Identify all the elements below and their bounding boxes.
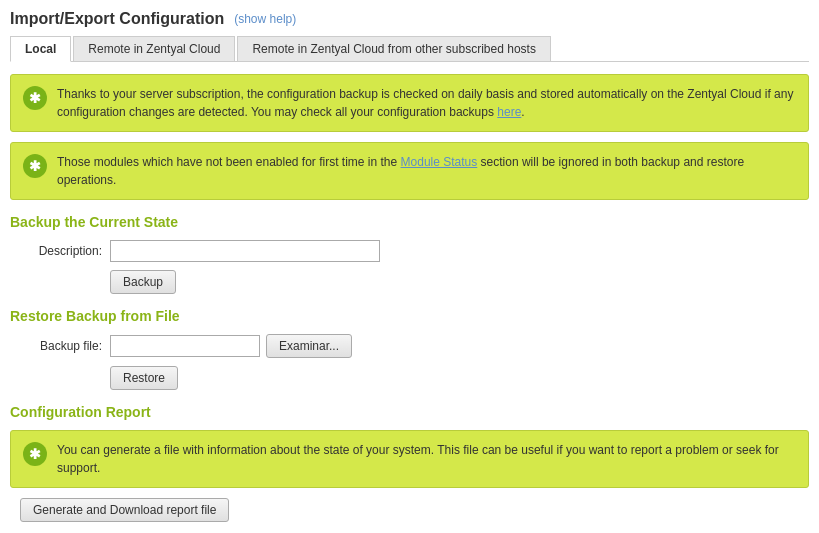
tab-remote-other[interactable]: Remote in Zentyal Cloud from other subsc…: [237, 36, 550, 61]
module-status-info-text: Those modules which have not been enable…: [57, 153, 796, 189]
file-label: Backup file:: [20, 339, 110, 353]
restore-section-title: Restore Backup from File: [10, 308, 809, 324]
report-section-title: Configuration Report: [10, 404, 809, 420]
generate-btn-row: Generate and Download report file: [20, 498, 809, 522]
report-info-box: ✱ You can generate a file with informati…: [10, 430, 809, 488]
subscription-info-text: Thanks to your server subscription, the …: [57, 85, 796, 121]
description-input[interactable]: [110, 240, 380, 262]
description-label: Description:: [20, 244, 110, 258]
description-row: Description:: [20, 240, 809, 262]
generate-report-button[interactable]: Generate and Download report file: [20, 498, 229, 522]
restore-button[interactable]: Restore: [110, 366, 178, 390]
page-title: Import/Export Configuration: [10, 10, 224, 28]
tabs-container: Local Remote in Zentyal Cloud Remote in …: [10, 36, 809, 62]
restore-btn-row: Restore: [110, 366, 809, 390]
module-status-icon: ✱: [23, 154, 47, 178]
backup-button[interactable]: Backup: [110, 270, 176, 294]
here-link[interactable]: here: [497, 105, 521, 119]
file-input[interactable]: [110, 335, 260, 357]
file-input-row: Examinar...: [110, 334, 352, 358]
backup-section-title: Backup the Current State: [10, 214, 809, 230]
file-row: Backup file: Examinar...: [20, 334, 809, 358]
show-help-link[interactable]: (show help): [234, 12, 296, 26]
subscription-icon: ✱: [23, 86, 47, 110]
report-icon: ✱: [23, 442, 47, 466]
tab-remote-zentyal[interactable]: Remote in Zentyal Cloud: [73, 36, 235, 61]
report-info-text: You can generate a file with information…: [57, 441, 796, 477]
module-status-info-box: ✱ Those modules which have not been enab…: [10, 142, 809, 200]
browse-button[interactable]: Examinar...: [266, 334, 352, 358]
backup-btn-row: Backup: [110, 270, 809, 294]
module-status-link[interactable]: Module Status: [401, 155, 478, 169]
subscription-info-box: ✱ Thanks to your server subscription, th…: [10, 74, 809, 132]
page-header: Import/Export Configuration (show help): [10, 10, 809, 28]
tab-local[interactable]: Local: [10, 36, 71, 62]
